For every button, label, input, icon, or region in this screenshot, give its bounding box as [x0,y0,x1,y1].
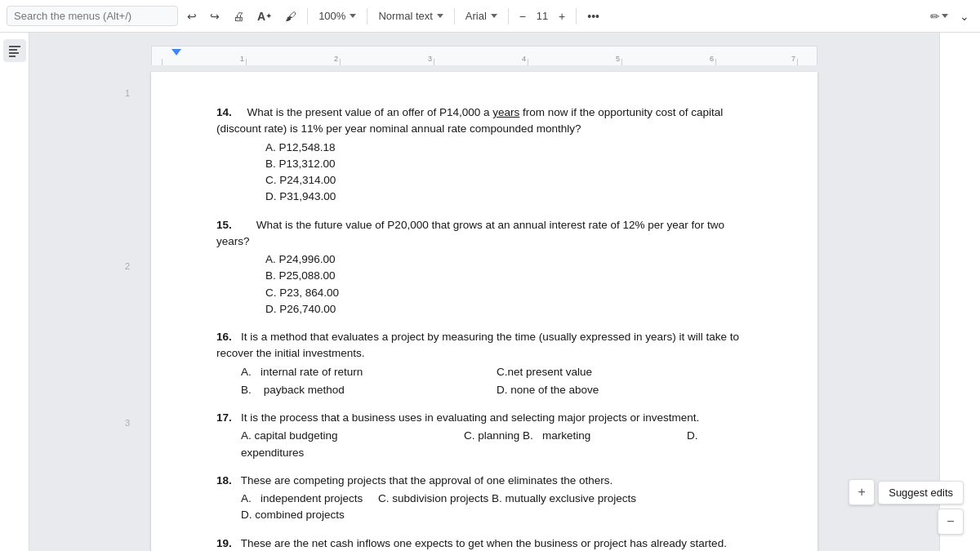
q15-choice-b: B. P25,088.00 [265,268,752,284]
q15-choices: A. P24,996.00 B. P25,088.00 C. P23, 864.… [265,251,752,318]
q17-number: 17. [216,411,232,424]
edit-chevron-icon [942,14,948,18]
question-17: 17. It is the process that a business us… [216,410,752,461]
q16-text: 16. It is a method that evaluates a proj… [216,329,752,362]
q14-choice-a: A. P12,548.18 [265,140,752,156]
question-14: 14. What is the present value of an offe… [216,104,752,206]
undo-button[interactable]: ↩ [183,7,201,25]
q17-choice-d: D. [687,428,752,444]
q15-choice-d: D. P26,740.00 [265,301,752,318]
q17-choice-a: A. capital budgeting [241,428,464,444]
q15-choice-a: A. P24,996.00 [265,251,752,268]
separator-4 [508,8,509,24]
font-dropdown[interactable]: Arial [461,7,501,24]
page-number-2: 2 [125,261,130,271]
paint-icon: 🖌 [285,10,296,23]
q14-choice-c: C. P24,314.00 [265,172,752,189]
collapse-icon: ⌄ [960,10,969,23]
add-page-button[interactable]: + [849,479,875,505]
q18-number: 18. [216,474,232,487]
q17-choice-c: C. planning B. marketing [464,428,687,444]
q14-choice-b: B. P13,312.00 [265,156,752,172]
q14-choices: A. P12,548.18 B. P13,312.00 C. P24,314.0… [265,140,752,206]
q18-choice-d: D. combined projects [241,507,752,523]
collapse-button[interactable]: ⌄ [956,7,973,25]
plus-icon: + [559,10,565,23]
q18-choice-a: A. independent projects C. subdivision p… [241,491,752,507]
q18-choices: A. independent projects C. subdivision p… [241,491,752,524]
separator-5 [576,8,577,24]
edit-icon: ✏ [930,10,940,23]
zoom-out-button[interactable]: − [938,509,964,535]
search-input[interactable] [7,6,178,26]
q16-choice-c: C.net present value [497,364,752,380]
text-style-dropdown[interactable]: Normal text [374,7,447,24]
question-16: 16. It is a method that evaluates a proj… [216,329,752,398]
undo-icon: ↩ [187,10,197,23]
redo-icon: ↪ [210,10,220,23]
ruler-marker-6: 6 [710,55,714,63]
ruler-tick [715,59,716,65]
font-chevron-icon [491,14,497,18]
edit-mode-button[interactable]: ✏ [926,7,952,25]
ruler-marker-2: 2 [334,55,338,63]
ruler-marker-1: 1 [240,55,244,63]
page-number-3: 3 [125,418,130,428]
svg-rect-3 [9,56,16,57]
ruler-marker-4: 4 [522,55,526,63]
print-button[interactable]: 🖨 [229,7,248,25]
ruler-marker-5: 5 [616,55,620,63]
paint-format-button[interactable]: 🖌 [281,7,301,25]
q14-underline: years [492,106,519,118]
separator-2 [367,8,368,24]
minus-icon: − [519,10,526,23]
font-size-decrease-button[interactable]: − [515,7,530,25]
redo-button[interactable]: ↪ [206,7,224,25]
q15-choice-c: C. P23, 864.00 [265,285,752,301]
font-size-value: 11 [535,10,550,22]
q19-text: 19. These are the net cash inflows one e… [216,535,752,552]
separator-3 [454,8,455,24]
page-content: 14. What is the present value of an offe… [216,104,752,551]
outline-icon[interactable] [3,39,26,62]
q16-choice-d: D. none of the above [497,382,752,398]
ruler-tick [528,59,528,65]
suggest-edits-button[interactable]: Suggest edits [878,481,964,504]
question-18: 18. These are competing projects that th… [216,473,752,524]
text-style-chevron-icon [437,14,443,18]
more-icon: ••• [587,10,599,23]
main-area: 1 2 3 4 5 6 7 14. What is the present va… [0,33,980,551]
q16-choice-b: B. payback method [241,382,497,398]
q19-number: 19. [216,537,232,549]
zoom-chevron-icon [350,14,356,18]
font-size-increase-button[interactable]: + [555,7,569,25]
edit-icon-area: ✏ ⌄ [926,7,973,25]
q15-text: 15. What is the future value of P20,000 … [216,217,752,251]
format-icon: A [257,10,265,23]
more-options-button[interactable]: ••• [583,7,604,25]
toolbar: ↩ ↪ 🖨 A ✦ 🖌 100% Normal text Arial − 11 … [0,0,980,33]
q17-text: 17. It is the process that a business us… [216,410,752,426]
q18-text: 18. These are competing projects that th… [216,473,752,489]
q17-extra: expenditures [241,445,752,461]
ruler-tick [434,59,434,65]
separator-1 [307,8,308,24]
q14-number: 14. [216,106,232,118]
svg-rect-0 [9,46,20,47]
q16-number: 16. [216,331,232,343]
print-icon: 🖨 [233,10,244,23]
zoom-dropdown[interactable]: 100% [314,7,360,24]
svg-rect-1 [9,49,17,51]
q15-number: 15. [216,219,232,231]
ruler-tick [162,59,163,65]
left-sidebar [0,33,29,551]
document-area: 1 2 3 4 5 6 7 14. What is the present va… [29,33,939,551]
font-label: Arial [466,10,487,22]
ruler: 1 2 3 4 5 6 7 [151,46,817,65]
ruler-indicator [172,49,181,56]
right-sidebar [939,33,980,551]
format-paint-button[interactable]: A ✦ [253,7,276,25]
q16-choice-a: A. internal rate of return [241,364,497,380]
question-15: 15. What is the future value of P20,000 … [216,217,752,318]
ruler-marker-7: 7 [791,55,795,63]
